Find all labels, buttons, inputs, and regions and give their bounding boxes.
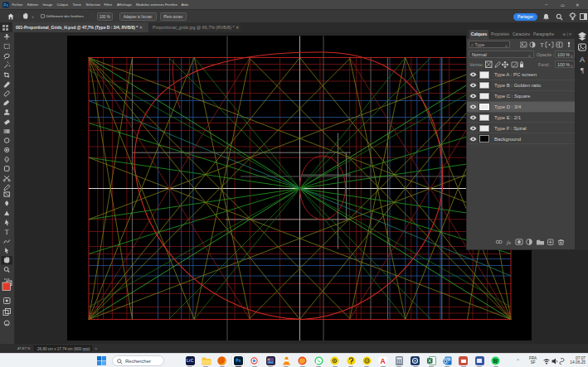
svg-text:fx: fx [507, 239, 512, 246]
svg-text:T: T [5, 228, 9, 235]
svg-text:A: A [381, 357, 386, 365]
svg-text:T: T [540, 41, 544, 48]
svg-text:¶: ¶ [580, 66, 583, 75]
svg-text:A: A [579, 56, 584, 64]
svg-text:Ps: Ps [3, 2, 8, 7]
